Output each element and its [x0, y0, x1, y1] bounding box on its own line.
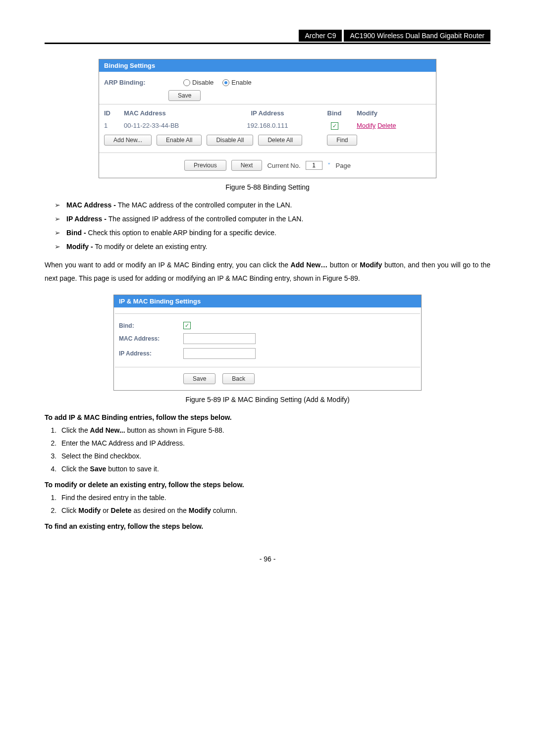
- header-model: Archer C9: [299, 30, 344, 42]
- col-ip: IP Address: [223, 109, 312, 117]
- panel-title: Binding Settings: [99, 59, 436, 72]
- add-heading: To add IP & MAC Binding entries, follow …: [45, 413, 490, 421]
- table-row: 1 00-11-22-33-44-BB 192.168.0.111 ✓ Modi…: [99, 120, 436, 135]
- figure-caption-2: Figure 5-89 IP & MAC Binding Setting (Ad…: [45, 396, 490, 403]
- ip-mac-binding-screenshot: IP & MAC Binding Settings Bind: ✓ MAC Ad…: [113, 295, 422, 391]
- back-button[interactable]: Back: [222, 373, 255, 384]
- enable-all-button[interactable]: Enable All: [157, 135, 202, 146]
- radio-disable[interactable]: Disable: [183, 79, 214, 86]
- current-no-input[interactable]: [306, 161, 322, 170]
- ip-label: IP Address:: [119, 350, 183, 357]
- find-heading: To find an existing entry, follow the st…: [45, 522, 490, 530]
- col-modify: Modify: [357, 109, 416, 117]
- col-mac: MAC Address: [124, 109, 223, 117]
- cell-ip: 192.168.0.111: [223, 122, 312, 130]
- radio-icon: [183, 79, 190, 86]
- col-bind: Bind: [312, 109, 357, 117]
- current-no-label: Current No.: [267, 162, 300, 169]
- mod-step-2: Click Modify or Delete as desired on the…: [58, 506, 490, 514]
- page-label: Page: [336, 162, 351, 169]
- table-header: ID MAC Address IP Address Bind Modify: [99, 104, 436, 120]
- delete-link[interactable]: Delete: [377, 122, 396, 129]
- paragraph-1: When you want to add or modify an IP & M…: [45, 258, 490, 285]
- radio-enable-label: Enable: [231, 79, 251, 86]
- bind-checkbox[interactable]: ✓: [183, 322, 191, 329]
- bullet-mac: MAC Address - The MAC address of the con…: [54, 201, 490, 209]
- chevron-down-icon[interactable]: ˅: [327, 162, 331, 169]
- figure-caption-1: Figure 5-88 Binding Setting: [45, 183, 490, 191]
- arp-binding-label: ARP Binding:: [104, 79, 168, 86]
- add-step-2: Enter the MAC Address and IP Address.: [58, 439, 490, 447]
- save-button[interactable]: Save: [168, 90, 201, 101]
- cell-mac: 00-11-22-33-44-BB: [124, 122, 223, 130]
- previous-button[interactable]: Previous: [184, 160, 226, 171]
- panel-title-2: IP & MAC Binding Settings: [114, 295, 421, 307]
- bullet-modify: Modify - To modify or delete an existing…: [54, 243, 490, 251]
- bullet-bind: Bind - Check this option to enable ARP b…: [54, 229, 490, 237]
- page-number: - 96 -: [45, 555, 490, 563]
- delete-all-button[interactable]: Delete All: [258, 135, 302, 146]
- mac-address-input[interactable]: [183, 333, 256, 344]
- add-step-1: Click the Add New... button as shown in …: [58, 426, 490, 434]
- next-button[interactable]: Next: [231, 160, 263, 171]
- mod-step-1: Find the desired entry in the table.: [58, 494, 490, 502]
- binding-settings-screenshot: Binding Settings ARP Binding: Disable En…: [99, 59, 436, 178]
- add-step-4: Click the Save button to save it.: [58, 465, 490, 473]
- ip-address-input[interactable]: [183, 348, 256, 359]
- find-button[interactable]: Find: [327, 135, 357, 146]
- add-new-button[interactable]: Add New...: [104, 135, 152, 146]
- cell-bind: ✓: [312, 122, 357, 130]
- radio-disable-label: Disable: [192, 79, 214, 86]
- mac-label: MAC Address:: [119, 335, 183, 342]
- radio-icon: [222, 79, 229, 86]
- header-title: AC1900 Wireless Dual Band Gigabit Router: [344, 30, 490, 42]
- disable-all-button[interactable]: Disable All: [207, 135, 253, 146]
- save-button-2[interactable]: Save: [183, 373, 215, 384]
- cell-id: 1: [104, 122, 124, 130]
- bind-label: Bind:: [119, 322, 183, 329]
- check-icon: ✓: [331, 122, 338, 130]
- col-id: ID: [104, 109, 124, 117]
- modify-heading: To modify or delete an existing entry, f…: [45, 481, 490, 489]
- radio-enable[interactable]: Enable: [222, 79, 251, 86]
- modify-link[interactable]: Modify: [357, 122, 375, 129]
- bullet-ip: IP Address - The assigned IP address of …: [54, 215, 490, 223]
- add-step-3: Select the Bind checkbox.: [58, 452, 490, 460]
